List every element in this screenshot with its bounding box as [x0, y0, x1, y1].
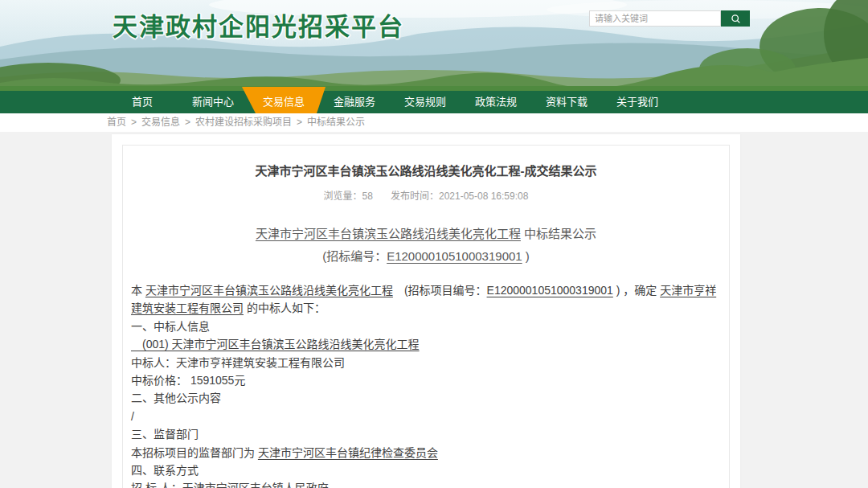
bid-number: E1200001051000319001 — [387, 249, 522, 263]
breadcrumb-rural-projects[interactable]: 农村建设招标采购项目 — [195, 117, 292, 128]
section2-heading: 二、其他公示内容 — [131, 389, 721, 407]
content-card: 天津市宁河区丰台镇滨玉公路线沿线美化亮化工程-成交结果公示 浏览量：58发布时间… — [112, 134, 740, 488]
project-name: 天津市宁河区丰台镇滨玉公路线沿线美化亮化工程 — [145, 284, 393, 297]
nav-item-downloads[interactable]: 资料下载 — [531, 91, 602, 113]
publish-label: 发布时间： — [391, 191, 439, 202]
page-title: 天津市宁河区丰台镇滨玉公路线沿线美化亮化工程-成交结果公示 — [131, 162, 721, 178]
nav-item-trade-info[interactable]: 交易信息 — [248, 91, 319, 113]
supervisor-department: 天津市宁河区丰台镇纪律检查委员会 — [258, 446, 438, 459]
site-title: 天津政村企阳光招采平台 — [113, 6, 404, 43]
supervisor-line: 本招标项目的监督部门为 天津市宁河区丰台镇纪律检查委员会 — [131, 444, 721, 461]
nav-item-trade-rules[interactable]: 交易规则 — [390, 91, 461, 113]
search-bar — [589, 10, 750, 27]
search-input[interactable] — [589, 10, 721, 27]
section1-heading: 一、中标人信息 — [131, 318, 721, 335]
lot-line: (001) 天津市宁河区丰台镇滨玉公路线沿线美化亮化工程 — [131, 335, 721, 353]
article-body: 本 天津市宁河区丰台镇滨玉公路线沿线美化亮化工程 (招标项目编号：E120000… — [131, 281, 721, 488]
article-meta: 浏览量：58发布时间：2021-05-08 16:59:08 — [131, 188, 721, 202]
breadcrumb-separator: > — [131, 117, 137, 128]
bid-number-line: (招标编号：E1200001051000319001 ) — [131, 247, 721, 264]
intro-paragraph: 本 天津市宁河区丰台镇滨玉公路线沿线美化亮化工程 (招标项目编号：E120000… — [131, 281, 721, 318]
page-background: 天津市宁河区丰台镇滨玉公路线沿线美化亮化工程-成交结果公示 浏览量：58发布时间… — [0, 132, 868, 488]
main-nav: 首页 新闻中心 交易信息 金融服务 交易规则 政策法规 资料下载 关于我们 — [0, 91, 868, 113]
site-header: 天津政村企阳光招采平台 — [0, 0, 868, 91]
announcement-subtitle: 天津市宁河区丰台镇滨玉公路线沿线美化亮化工程 中标结果公示 — [131, 224, 721, 241]
nav-item-about[interactable]: 关于我们 — [602, 91, 673, 113]
nav-item-finance[interactable]: 金融服务 — [319, 91, 390, 113]
views-label: 浏览量： — [324, 191, 362, 202]
section4-heading: 四、联系方式 — [131, 461, 721, 479]
breadcrumb-trade-info[interactable]: 交易信息 — [141, 117, 180, 128]
winner-line: 中标人：天津市亨祥建筑安装工程有限公司 — [131, 354, 721, 371]
nav-item-news[interactable]: 新闻中心 — [178, 91, 248, 113]
tenderer: 天津市宁河区丰台镇人民政府 — [182, 482, 329, 488]
tenderer-line: 招 标 人：天津市宁河区丰台镇人民政府 — [131, 479, 721, 488]
project-name: 天津市宁河区丰台镇滨玉公路线沿线美化亮化工程 — [256, 227, 521, 240]
slash-line: / — [131, 408, 721, 425]
breadcrumb-separator: > — [297, 117, 302, 128]
search-icon — [731, 14, 741, 24]
section3-heading: 三、监督部门 — [131, 425, 721, 443]
search-button[interactable] — [721, 10, 750, 27]
article-panel: 天津市宁河区丰台镇滨玉公路线沿线美化亮化工程-成交结果公示 浏览量：58发布时间… — [122, 145, 730, 488]
views-count: 58 — [362, 191, 373, 202]
winning-price: 1591055元 — [187, 374, 245, 387]
winner-company: 天津市亨祥建筑安装工程有限公司 — [176, 356, 345, 369]
nav-item-policies[interactable]: 政策法规 — [461, 91, 531, 113]
breadcrumb: 首页>交易信息>农村建设招标采购项目>中标结果公示 — [0, 113, 868, 132]
nav-item-home[interactable]: 首页 — [107, 91, 178, 113]
breadcrumb-separator: > — [185, 117, 190, 128]
bid-number: E1200001051000319001 — [487, 284, 613, 297]
breadcrumb-home[interactable]: 首页 — [107, 117, 126, 128]
breadcrumb-current-page: 中标结果公示 — [307, 117, 365, 128]
price-line: 中标价格： 1591055元 — [131, 371, 721, 389]
publish-time: 2021-05-08 16:59:08 — [439, 191, 528, 202]
